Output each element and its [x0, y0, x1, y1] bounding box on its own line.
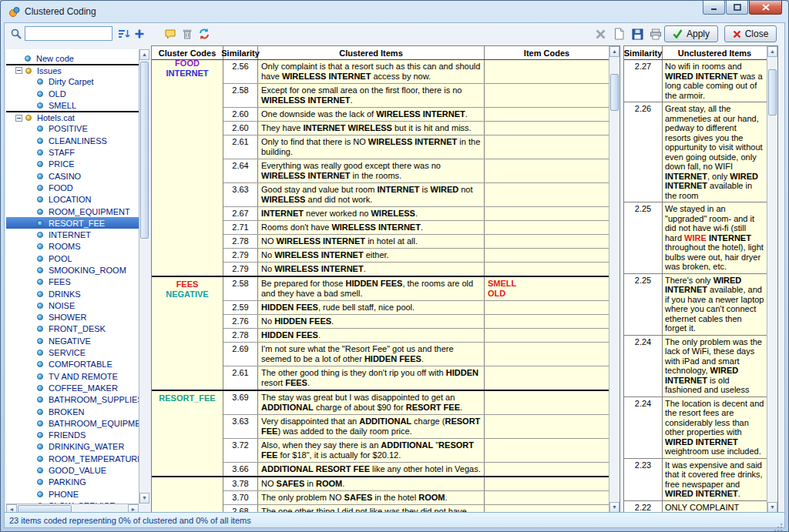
table-row[interactable]: 2.71Rooms don't have WIRELESS INTERNET. — [223, 220, 609, 234]
table-row[interactable]: 3.72Also, when they say there is an ADDI… — [223, 438, 609, 462]
tree-vertical-scrollbar[interactable]: ▲ ▼ — [139, 49, 149, 504]
table-row[interactable]: 2.24The only problem was the lack of WiF… — [624, 335, 767, 396]
tree-item-broken[interactable]: BROKEN — [6, 406, 139, 417]
tree-item-smell[interactable]: SMELL — [6, 99, 139, 111]
table-row[interactable]: 3.63Very disappointed that an ADDITIONAL… — [223, 414, 609, 438]
tree-item-front-desk[interactable]: FRONT_DESK — [6, 323, 139, 335]
scroll-down-arrow[interactable]: ▼ — [767, 502, 777, 513]
table-row[interactable]: 2.26Great stay, all the ammeneties at ou… — [624, 102, 767, 202]
export-page-icon[interactable] — [612, 27, 626, 41]
table-row[interactable]: 2.60They have INTERNET WIRELESS but it i… — [223, 121, 609, 135]
table-row[interactable]: 2.69I'm not sure what the "Resort Fee" g… — [223, 342, 609, 366]
table-row[interactable]: 3.69The stay was great but I was disappo… — [223, 391, 609, 414]
print-icon[interactable] — [649, 27, 663, 41]
scroll-thumb[interactable] — [610, 74, 619, 111]
scroll-down-arrow[interactable]: ▼ — [139, 493, 149, 504]
table-row[interactable]: 2.24The location is decent and the resor… — [624, 396, 767, 458]
table-row[interactable]: 2.23It was expensive and said that it co… — [624, 458, 767, 500]
tree-item-pool[interactable]: POOL — [6, 253, 139, 264]
tree-item-drinking-water[interactable]: DRINKING_WATER — [6, 441, 139, 453]
collapse-toggle-icon[interactable] — [15, 67, 22, 74]
tree-item-good-value[interactable]: GOOD_VALUE — [6, 464, 139, 476]
remove-cluster-icon[interactable] — [593, 27, 607, 41]
tree-item-resort-fee[interactable]: RESORT_FEE — [6, 217, 139, 229]
tree-item-parking[interactable]: PARKING — [6, 477, 139, 488]
tree-item-staff[interactable]: STAFF — [6, 146, 139, 158]
tree-item-smooking-room[interactable]: SMOOKING_ROOM — [6, 264, 139, 276]
scroll-up-arrow[interactable]: ▲ — [139, 49, 149, 60]
delete-icon[interactable] — [180, 27, 194, 41]
tree-item-bathroom-equipment[interactable]: BATHROOM_EQUIPMENT — [6, 417, 139, 429]
tree-item-phone[interactable]: PHONE — [6, 488, 139, 500]
tree-item-issues[interactable]: Issues — [6, 64, 139, 75]
table-row[interactable]: 2.58Except for one small area on the fir… — [223, 83, 609, 107]
tree-item-comfortable[interactable]: COMFORTABLE — [6, 359, 139, 370]
table-row[interactable]: 2.61Only to find that there is NO WIRELE… — [223, 135, 609, 159]
tree-item-coffee-maker[interactable]: COFFEE_MAKER — [6, 382, 139, 393]
header-similarity[interactable]: Similarity — [624, 46, 663, 59]
tree-item-drinks[interactable]: DRINKS — [6, 288, 139, 299]
close-window-button[interactable] — [749, 1, 782, 15]
tree-item-location[interactable]: LOCATION — [6, 194, 139, 206]
scroll-up-arrow[interactable]: ▲ — [609, 46, 619, 57]
resize-grip[interactable] — [781, 524, 782, 525]
minimize-button[interactable] — [703, 1, 725, 15]
tree-item-friends[interactable]: FRIENDS — [6, 430, 139, 441]
header-clustered-items[interactable]: Clustered Items — [258, 46, 485, 59]
scroll-thumb[interactable] — [768, 69, 777, 115]
maximize-button[interactable] — [726, 1, 748, 15]
table-row[interactable]: 2.59HIDDEN FEES, rude bell staff, nice p… — [223, 300, 609, 314]
header-unclustered-items[interactable]: Unclustered Items — [663, 46, 767, 59]
tree-item-casino[interactable]: CASINO — [6, 170, 139, 182]
titlebar[interactable]: Clustered Coding — [1, 1, 788, 22]
table-row[interactable]: 2.27No wifi in rooms and WIRED INTERNET … — [624, 60, 767, 102]
table-row[interactable]: 3.63Good stay and value but room INTERNE… — [223, 182, 609, 206]
tree-item-positive[interactable]: POSITIVE — [6, 123, 139, 135]
table-row[interactable]: 2.25There's only WIRED INTERNET availabl… — [624, 273, 767, 335]
table-row[interactable]: 2.22ONLY COMPLAINT WOULD BE THE RESORT F… — [624, 500, 767, 514]
refresh-icon[interactable] — [197, 27, 211, 41]
table-row[interactable]: 2.79No WIRELESS INTERNET either. — [223, 248, 609, 262]
table-row[interactable]: 3.70The only problem NO SAFES in the hot… — [223, 490, 609, 504]
header-cluster-codes[interactable]: Cluster Codes — [152, 46, 223, 59]
tree-item-cleanliness[interactable]: CLEANLINESS — [6, 135, 139, 146]
comment-icon[interactable] — [163, 27, 177, 41]
table-row[interactable]: 3.78NO SAFES in ROOM. — [223, 477, 609, 490]
scroll-down-arrow[interactable]: ▼ — [609, 502, 619, 513]
sort-by-similarity-icon[interactable] — [117, 27, 131, 41]
tree-item-negative[interactable]: NEGATIVE — [6, 335, 139, 346]
tree-item-internet[interactable]: INTERNET — [6, 229, 139, 240]
tree-item-room-temperature[interactable]: ROOM_TEMPERATURE — [6, 453, 139, 464]
add-code-icon[interactable] — [133, 27, 146, 41]
table-row[interactable]: 2.64Everything was really good except th… — [223, 159, 609, 182]
close-button[interactable]: Close — [724, 25, 777, 42]
scroll-up-arrow[interactable]: ▲ — [767, 46, 777, 57]
table-row[interactable]: 2.56Only complaint is that a resort such… — [223, 60, 609, 83]
apply-button[interactable]: Apply — [664, 25, 718, 42]
right-vertical-scrollbar[interactable]: ▲ ▼ — [767, 46, 777, 513]
save-icon[interactable] — [630, 27, 644, 41]
tree-item-rooms[interactable]: ROOMS — [6, 241, 139, 253]
tree-item-bathroom-supplies[interactable]: BATHROOM_SUPPLIES — [6, 394, 139, 406]
header-similarity[interactable]: Similarity — [223, 46, 258, 59]
table-row[interactable]: 3.66ADDITIONAL RESORT FEE like any other… — [223, 462, 609, 476]
table-row[interactable]: 2.78HIDDEN FEES. — [223, 328, 609, 342]
tree-item-room-equipment[interactable]: ROOM_EQUIPMENT — [6, 206, 139, 217]
tree-item-noise[interactable]: NOISE — [6, 299, 139, 311]
tree-item-new-code[interactable]: New code — [6, 52, 139, 64]
tree-item-price[interactable]: PRICE — [6, 159, 139, 170]
table-row[interactable]: 2.25We stayed in an "upgraded" room- and… — [624, 202, 767, 273]
tree-item-dirty-carpet[interactable]: Dirty Carpet — [6, 76, 139, 88]
search-input[interactable] — [25, 26, 112, 41]
main-vertical-scrollbar[interactable]: ▲ ▼ — [609, 46, 619, 513]
tree-item-food[interactable]: FOOD — [6, 182, 139, 193]
tree-item-old[interactable]: OLD — [6, 88, 139, 99]
table-row[interactable]: 2.78NO WIRELESS INTERNET in hotel at all… — [223, 234, 609, 248]
tree-item-tv-and-remote[interactable]: TV AND REMOTE — [6, 370, 139, 382]
table-row[interactable]: 2.60One downside was the lack of WIRELES… — [223, 107, 609, 121]
table-row[interactable]: 2.58Be prepared for those HIDDEN FEES, t… — [223, 277, 609, 300]
tree-item-fees[interactable]: FEES — [6, 276, 139, 288]
table-row[interactable]: 2.67INTERNET never worked no WIRELESS. — [223, 206, 609, 220]
tree-item-shower[interactable]: SHOWER — [6, 312, 139, 323]
tree-item-service[interactable]: SERVICE — [6, 346, 139, 358]
